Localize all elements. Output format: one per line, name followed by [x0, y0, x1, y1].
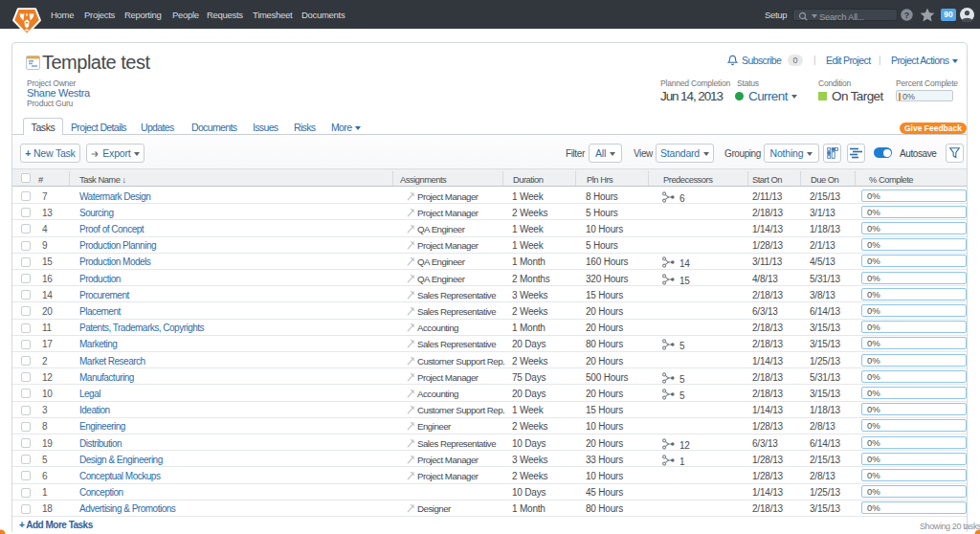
- svg-text:?: ?: [904, 11, 910, 20]
